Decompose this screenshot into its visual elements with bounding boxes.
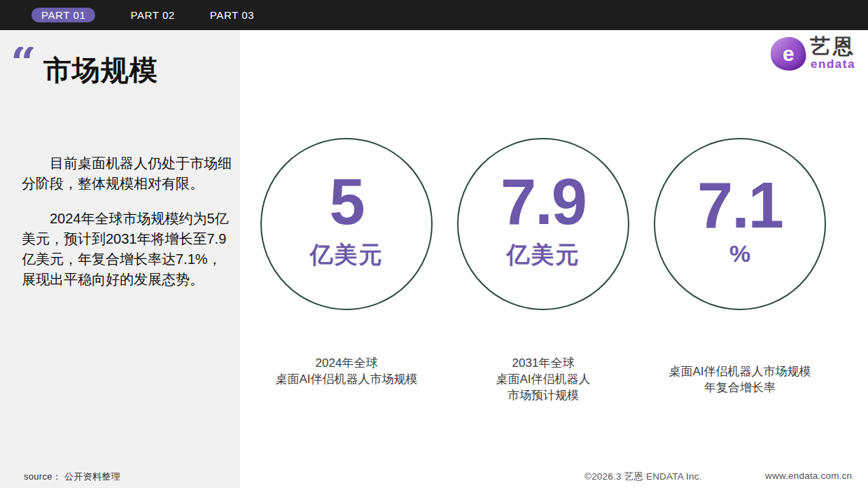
summary-text-block: 目前桌面机器人仍处于市场细分阶段，整体规模相对有限。 2024年全球市场规模约为… <box>22 153 234 305</box>
source-note: source： 公开资料整理 <box>24 470 120 483</box>
title-row: “ 市场规模 <box>10 47 158 86</box>
sidebar: “ 市场规模 目前桌面机器人仍处于市场细分阶段，整体规模相对有限。 2024年全… <box>0 30 240 488</box>
tab-part-03[interactable]: PART 03 <box>210 9 254 21</box>
stat-value: 7.1 <box>697 175 783 236</box>
logo-brand-en: endata <box>810 57 856 71</box>
stat-label: 2024年全球 桌面AI伴侣机器人市场规模 <box>260 355 433 387</box>
stat-unit: 亿美元 <box>507 239 580 271</box>
summary-paragraph-1: 目前桌面机器人仍处于市场细分阶段，整体规模相对有限。 <box>22 153 234 194</box>
endata-logo: e 艺恩 endata <box>771 35 856 71</box>
tab-part-01[interactable]: PART 01 <box>31 8 95 22</box>
quote-icon: “ <box>10 47 36 72</box>
stat-value: 5 <box>329 172 363 232</box>
logo-text: 艺恩 endata <box>810 35 856 71</box>
stat-card-cagr: 7.1 % 桌面AI伴侣机器人市场规模 年复合增长率 <box>654 138 826 396</box>
endata-logo-icon: e <box>769 36 808 73</box>
tab-part-02[interactable]: PART 02 <box>130 9 174 21</box>
slide-market-scale: PART 01 PART 02 PART 03 “ 市场规模 目前桌面机器人仍处… <box>0 0 868 488</box>
logo-brand-cn: 艺恩 <box>810 35 856 58</box>
top-nav: PART 01 PART 02 PART 03 <box>0 0 868 30</box>
stat-unit: % <box>729 240 750 267</box>
stat-card-2031-forecast: 7.9 亿美元 2031年全球 桌面AI伴侣机器人 市场预计规模 <box>457 138 629 403</box>
stat-label: 桌面AI伴侣机器人市场规模 年复合增长率 <box>654 363 826 396</box>
stat-unit: 亿美元 <box>310 239 384 271</box>
page-title: 市场规模 <box>43 54 158 86</box>
stat-value: 7.9 <box>500 172 586 232</box>
stat-card-2024-market-size: 5 亿美元 2024年全球 桌面AI伴侣机器人市场规模 <box>260 138 433 387</box>
summary-paragraph-2: 2024年全球市场规模约为5亿美元，预计到2031年将增长至7.9亿美元，年复合… <box>22 209 234 290</box>
stat-circle: 7.1 % <box>654 138 826 310</box>
copyright-text: ©2026.3 艺恩 ENDATA Inc. <box>584 470 702 483</box>
stat-label: 2031年全球 桌面AI伴侣机器人 市场预计规模 <box>457 355 629 403</box>
website-link[interactable]: www.endata.com.cn <box>765 470 852 481</box>
logo-letter-e: e <box>783 43 794 64</box>
stat-circle: 5 亿美元 <box>260 138 433 310</box>
stat-circle: 7.9 亿美元 <box>457 138 629 310</box>
